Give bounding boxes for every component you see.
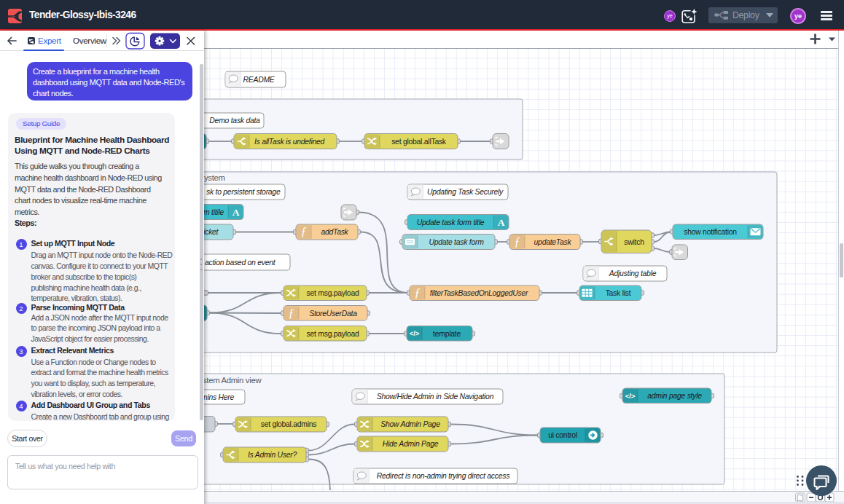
svg-text:Task list: Task list — [606, 289, 631, 297]
svg-text:README: README — [243, 76, 276, 84]
svg-text:set msg.payload: set msg.payload — [307, 289, 359, 297]
svg-text:Update task form title: Update task form title — [417, 218, 485, 227]
svg-text:set global.admins: set global.admins — [261, 420, 317, 428]
svg-text:Is allTask is undefined: Is allTask is undefined — [254, 138, 326, 146]
svg-text:set msg.payload: set msg.payload — [307, 330, 359, 338]
svg-text:Update task form: Update task form — [429, 238, 484, 246]
svg-text:addTask: addTask — [321, 228, 348, 236]
svg-text:Hide Admin Page: Hide Admin Page — [383, 440, 439, 448]
svg-text:ui control: ui control — [548, 431, 577, 439]
svg-text:switch: switch — [624, 238, 644, 246]
svg-text:ticket: ticket — [202, 228, 219, 236]
svg-text:Redirect is non-admin trying d: Redirect is non-admin trying direct acce… — [377, 472, 509, 480]
svg-text:action based on event: action based on event — [205, 259, 276, 267]
svg-text:Overview: Overview — [73, 36, 107, 45]
svg-text:m titile: m titile — [203, 208, 224, 216]
svg-text:template: template — [433, 330, 461, 338]
svg-text:Show/Hide Admin in Side Naviga: Show/Hide Admin in Side Navigation — [377, 393, 494, 401]
svg-text:mins Here: mins Here — [201, 393, 235, 401]
svg-text:show notification: show notification — [684, 228, 737, 236]
svg-text:Expert: Expert — [38, 36, 62, 45]
svg-text:set global.allTask: set global.allTask — [391, 138, 447, 146]
svg-text:StoreUserData: StoreUserData — [309, 310, 357, 318]
svg-text:sk to persistent storage: sk to persistent storage — [206, 188, 281, 196]
svg-text:updateTask: updateTask — [534, 238, 572, 246]
svg-text:admin page style: admin page style — [647, 392, 702, 400]
svg-text:Adjusting table: Adjusting table — [609, 269, 657, 277]
svg-text:Is Admin User?: Is Admin User? — [248, 451, 297, 459]
svg-text:Updating Task Securely: Updating Task Securely — [427, 188, 504, 196]
svg-text:ystem: ystem — [204, 173, 225, 182]
svg-text:Show Admin Page: Show Admin Page — [380, 420, 440, 428]
svg-text:filterTaskBasedOnLoggedUser: filterTaskBasedOnLoggedUser — [430, 289, 528, 297]
svg-text:stem Admin view: stem Admin view — [203, 376, 262, 385]
svg-text:Demo task data: Demo task data — [209, 117, 260, 125]
